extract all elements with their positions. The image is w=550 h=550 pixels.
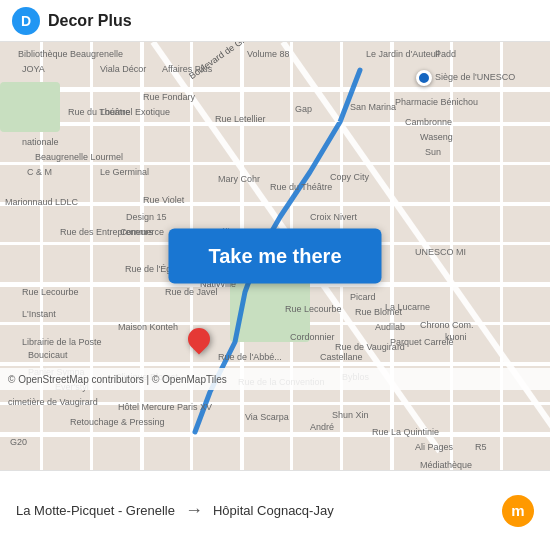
origin-pin	[188, 328, 210, 350]
road	[500, 42, 503, 470]
from-station: La Motte-Picquet - Grenelle	[16, 503, 175, 518]
waseng-label: Waseng	[420, 132, 453, 142]
instant-label: L'Instant	[22, 309, 56, 319]
via-scarpa-label: Via Scarpa	[245, 412, 289, 422]
road	[90, 42, 93, 470]
parquet-label: Parquet Carrelé	[390, 337, 454, 347]
mediatheque-label: Médiathèque	[420, 460, 472, 470]
siege-label: Siège de l'UNESCO	[435, 72, 515, 82]
sun-label: Sun	[425, 147, 441, 157]
destination-pin	[416, 70, 432, 86]
bouicaut-label: Boucicaut	[28, 350, 68, 360]
to-station: Hôpital Cognacq-Jay	[213, 503, 334, 518]
moovit-icon: m	[502, 495, 534, 527]
app-title: Decor Plus	[48, 12, 132, 30]
design15-label: Design 15	[126, 212, 167, 222]
g20-label: G20	[10, 437, 27, 447]
map-attribution: © OpenStreetMap contributors | © OpenMap…	[0, 368, 550, 390]
road	[140, 42, 144, 470]
rue-blomet-label: Rue Blomet	[355, 307, 402, 317]
pharmacie-label: Pharmacie Bénichou	[395, 97, 478, 107]
unesco-label: UNESCO MI	[415, 247, 466, 257]
app-logo-icon: D	[12, 7, 40, 35]
road	[390, 42, 394, 470]
retouchage-label: Retouchage & Pressing	[70, 417, 165, 427]
volume88-label: Volume 88	[247, 49, 290, 59]
boulevard-label: Boulevard de Grenelle	[187, 42, 266, 81]
take-me-there-button[interactable]: Take me there	[168, 229, 381, 284]
park-area-2	[0, 82, 60, 132]
road	[0, 402, 550, 405]
pin-circle	[183, 323, 214, 354]
abbepoulain-label: Rue de l'Abbé...	[218, 352, 282, 362]
app-header: D Decor Plus	[0, 0, 550, 42]
theatre2-label: Rue du Théâtre	[68, 107, 130, 117]
croix-nivert-label: Croix Nivert	[310, 212, 357, 222]
footer-bar: La Motte-Picquet - Grenelle → Hôpital Co…	[0, 470, 550, 550]
picard-label: Picard	[350, 292, 376, 302]
gap-label: Gap	[295, 104, 312, 114]
copy-city-label: Copy City	[330, 172, 369, 182]
footer-content: La Motte-Picquet - Grenelle → Hôpital Co…	[16, 495, 534, 527]
road	[0, 87, 550, 92]
moovit-logo: m	[502, 495, 534, 527]
road	[450, 42, 453, 470]
road	[0, 122, 550, 126]
map-area: Boulevard de Grenelle Rue Lecourbe Brico…	[0, 42, 550, 470]
road	[0, 432, 550, 437]
theatre-label: Rue du Théâtre	[270, 182, 332, 192]
beaugrenelle-label: Beaugrenelle Lourmel	[35, 152, 123, 162]
bibliotheque-label: Bibliothèque Beaugrenelle	[18, 49, 123, 59]
shun-xin-label: Shun Xin	[332, 410, 369, 420]
road	[0, 162, 550, 165]
andre-label: André	[310, 422, 334, 432]
kuoni-label: kuoni	[445, 332, 467, 342]
jardin-label: Le Jardin d'Auteuil	[366, 49, 440, 59]
arrow-icon: →	[185, 500, 203, 521]
road	[0, 202, 550, 206]
lourmel-label: Lourmel Exotique	[100, 107, 170, 117]
rue-lecourbe-label: Rue Lecourbe	[22, 287, 79, 297]
route-info: La Motte-Picquet - Grenelle → Hôpital Co…	[16, 500, 502, 521]
r5-label: R5	[475, 442, 487, 452]
road	[0, 362, 550, 366]
